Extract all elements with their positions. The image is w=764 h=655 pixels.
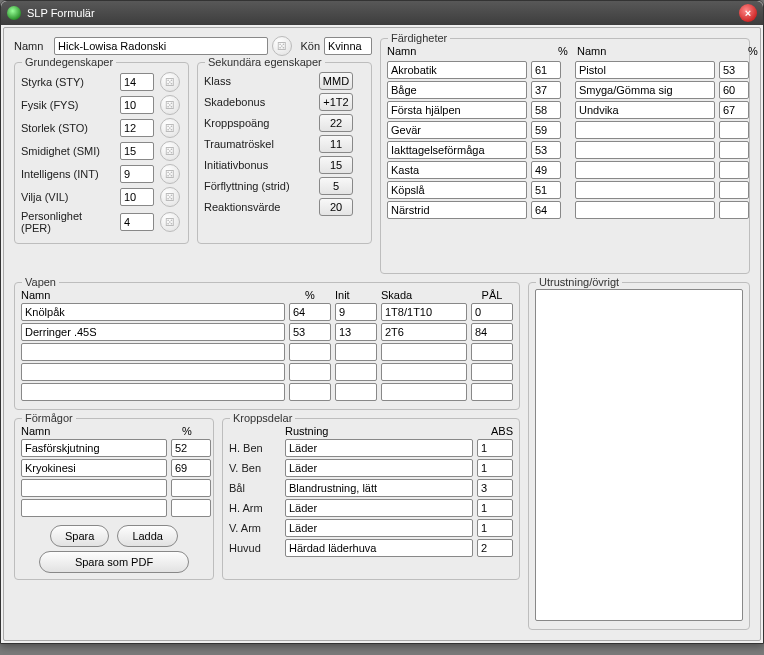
- load-button[interactable]: Ladda: [117, 525, 178, 547]
- skill-value-input[interactable]: [719, 121, 749, 139]
- body-armor-input[interactable]: [285, 519, 473, 537]
- equipment-text[interactable]: [535, 289, 743, 621]
- weapon-dmg-input[interactable]: [381, 343, 467, 361]
- skill-value-input[interactable]: [531, 201, 561, 219]
- name-input[interactable]: [54, 37, 268, 55]
- skill-name-input[interactable]: [575, 161, 715, 179]
- skill-value-input[interactable]: [531, 181, 561, 199]
- skill-name-input[interactable]: [387, 161, 527, 179]
- skill-value-input[interactable]: [719, 61, 749, 79]
- attr-value-input[interactable]: [120, 213, 154, 231]
- ability-value-input[interactable]: [171, 459, 211, 477]
- weapon-name-input[interactable]: [21, 323, 285, 341]
- body-armor-input[interactable]: [285, 439, 473, 457]
- secondary-group: Sekundära egenskaper Klass MMD Skadebonu…: [197, 62, 372, 244]
- ability-name-input[interactable]: [21, 499, 167, 517]
- weapon-init-input[interactable]: [335, 383, 377, 401]
- close-button[interactable]: ×: [739, 4, 757, 22]
- dice-icon[interactable]: ⚄: [160, 72, 180, 92]
- skill-name-input[interactable]: [387, 61, 527, 79]
- weapon-init-input[interactable]: [335, 363, 377, 381]
- dice-icon[interactable]: ⚄: [160, 164, 180, 184]
- ability-name-input[interactable]: [21, 479, 167, 497]
- attr-value-input[interactable]: [120, 165, 154, 183]
- skill-name-input[interactable]: [575, 121, 715, 139]
- weapon-pal-input[interactable]: [471, 343, 513, 361]
- attr-value-input[interactable]: [120, 188, 154, 206]
- skill-value-input[interactable]: [531, 81, 561, 99]
- weapon-name-input[interactable]: [21, 303, 285, 321]
- skill-name-input[interactable]: [387, 141, 527, 159]
- skill-name-input[interactable]: [387, 181, 527, 199]
- body-armor-input[interactable]: [285, 479, 473, 497]
- save-pdf-button[interactable]: Spara som PDF: [39, 551, 189, 573]
- body-armor-input[interactable]: [285, 459, 473, 477]
- skill-name-input[interactable]: [387, 201, 527, 219]
- ability-value-input[interactable]: [171, 439, 211, 457]
- weapon-init-input[interactable]: [335, 343, 377, 361]
- ability-name-input[interactable]: [21, 439, 167, 457]
- weapon-init-input[interactable]: [335, 303, 377, 321]
- skill-value-input[interactable]: [719, 141, 749, 159]
- skill-value-input[interactable]: [531, 141, 561, 159]
- body-abs-input[interactable]: [477, 519, 513, 537]
- weapon-dmg-input[interactable]: [381, 323, 467, 341]
- dice-icon[interactable]: ⚄: [160, 212, 180, 232]
- weapon-pal-input[interactable]: [471, 323, 513, 341]
- body-abs-input[interactable]: [477, 459, 513, 477]
- weapon-pal-input[interactable]: [471, 383, 513, 401]
- skill-value-input[interactable]: [531, 121, 561, 139]
- skill-value-input[interactable]: [531, 101, 561, 119]
- roll-name-icon[interactable]: ⚄: [272, 36, 292, 56]
- skill-name-input[interactable]: [575, 141, 715, 159]
- skill-value-input[interactable]: [719, 181, 749, 199]
- weapon-dmg-input[interactable]: [381, 303, 467, 321]
- attr-value-input[interactable]: [120, 142, 154, 160]
- skill-name-input[interactable]: [575, 101, 715, 119]
- skill-value-input[interactable]: [719, 81, 749, 99]
- skill-value-input[interactable]: [531, 61, 561, 79]
- skill-name-input[interactable]: [387, 81, 527, 99]
- dice-icon[interactable]: ⚄: [160, 141, 180, 161]
- skill-name-input[interactable]: [575, 81, 715, 99]
- weapon-name-input[interactable]: [21, 363, 285, 381]
- ability-name-input[interactable]: [21, 459, 167, 477]
- weapon-pct-input[interactable]: [289, 323, 331, 341]
- skill-value-input[interactable]: [719, 201, 749, 219]
- skill-name-input[interactable]: [387, 101, 527, 119]
- body-abs-input[interactable]: [477, 479, 513, 497]
- attr-value-input[interactable]: [120, 119, 154, 137]
- skill-value-input[interactable]: [719, 101, 749, 119]
- skill-value-input[interactable]: [719, 161, 749, 179]
- dice-icon[interactable]: ⚄: [160, 118, 180, 138]
- weapon-name-input[interactable]: [21, 343, 285, 361]
- attr-value-input[interactable]: [120, 96, 154, 114]
- skill-name-input[interactable]: [575, 61, 715, 79]
- skill-name-input[interactable]: [575, 201, 715, 219]
- weapon-pct-input[interactable]: [289, 343, 331, 361]
- weapon-pal-input[interactable]: [471, 303, 513, 321]
- body-abs-input[interactable]: [477, 539, 513, 557]
- weapon-name-input[interactable]: [21, 383, 285, 401]
- save-button[interactable]: Spara: [50, 525, 109, 547]
- body-armor-input[interactable]: [285, 539, 473, 557]
- body-abs-input[interactable]: [477, 439, 513, 457]
- body-abs-input[interactable]: [477, 499, 513, 517]
- skill-name-input[interactable]: [387, 121, 527, 139]
- weapon-dmg-input[interactable]: [381, 363, 467, 381]
- dice-icon[interactable]: ⚄: [160, 95, 180, 115]
- body-armor-input[interactable]: [285, 499, 473, 517]
- weapon-init-input[interactable]: [335, 323, 377, 341]
- ability-value-input[interactable]: [171, 499, 211, 517]
- ability-value-input[interactable]: [171, 479, 211, 497]
- skill-value-input[interactable]: [531, 161, 561, 179]
- dice-icon[interactable]: ⚄: [160, 187, 180, 207]
- weapon-pct-input[interactable]: [289, 363, 331, 381]
- attr-value-input[interactable]: [120, 73, 154, 91]
- weapon-pal-input[interactable]: [471, 363, 513, 381]
- gender-input[interactable]: [324, 37, 372, 55]
- weapon-pct-input[interactable]: [289, 383, 331, 401]
- skill-name-input[interactable]: [575, 181, 715, 199]
- weapon-pct-input[interactable]: [289, 303, 331, 321]
- weapon-dmg-input[interactable]: [381, 383, 467, 401]
